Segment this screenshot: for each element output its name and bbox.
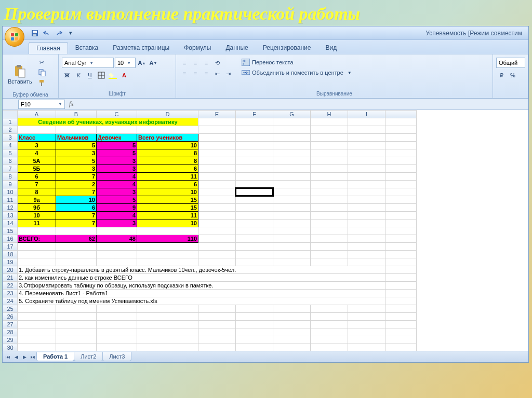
row-header[interactable]: 29 (3, 336, 18, 344)
row-header[interactable]: 13 (3, 212, 18, 219)
row-header[interactable]: 15 (3, 227, 18, 235)
total-all[interactable]: 110 (137, 235, 198, 243)
italic-icon[interactable]: К (73, 70, 84, 80)
row-header[interactable]: 14 (3, 219, 18, 227)
header-class[interactable]: Класс (18, 134, 56, 142)
cell[interactable]: 5 (97, 142, 137, 149)
cell[interactable]: 3 (97, 157, 137, 165)
cell[interactable]: 11 (137, 212, 198, 219)
cell[interactable]: 8 (137, 149, 198, 157)
cell[interactable]: 8 (18, 188, 56, 196)
tab-formulas[interactable]: Формулы (177, 42, 218, 54)
col-header[interactable]: C (97, 111, 137, 118)
currency-icon[interactable]: ₽ (496, 70, 507, 80)
tab-nav-last-icon[interactable]: ⏭ (29, 353, 37, 361)
cell[interactable]: 11 (137, 173, 198, 181)
row-header[interactable]: 17 (3, 243, 18, 251)
cell[interactable]: 3 (97, 188, 137, 196)
cell[interactable]: 3 (56, 165, 97, 173)
cell[interactable]: 7 (18, 181, 56, 188)
cell[interactable]: 6 (137, 165, 198, 173)
undo-icon[interactable] (42, 28, 52, 38)
row-header[interactable]: 1 (3, 118, 18, 126)
cell[interactable]: 6 (18, 173, 56, 181)
font-color-icon[interactable]: A (119, 70, 129, 80)
header-total[interactable]: Всего учеников (137, 134, 198, 142)
active-cell[interactable] (236, 188, 273, 196)
note[interactable]: 1. Добавить строку-параллель в девятый к… (18, 266, 385, 274)
cell[interactable]: 5А (18, 157, 56, 165)
row-header[interactable]: 19 (3, 258, 18, 266)
cell[interactable]: 10 (18, 212, 56, 219)
cut-icon[interactable]: ✂ (36, 58, 48, 67)
fx-icon[interactable]: fx (69, 100, 74, 108)
merge-center-button[interactable]: Объединить и поместить в центре▼ (238, 68, 355, 77)
tab-view[interactable]: Вид (318, 42, 344, 54)
cell[interactable]: 3 (18, 142, 56, 149)
row-header[interactable]: 12 (3, 204, 18, 212)
row-header[interactable]: 20 (3, 266, 18, 274)
col-header[interactable]: G (273, 111, 311, 118)
paste-button[interactable]: Вставить (6, 58, 34, 91)
cell[interactable]: 11 (18, 219, 56, 227)
border-icon[interactable] (96, 70, 107, 80)
col-header[interactable]: E (198, 111, 236, 118)
bold-icon[interactable]: Ж (62, 70, 72, 80)
cell[interactable]: 5Б (18, 165, 56, 173)
tab-nav-next-icon[interactable]: ▶ (20, 353, 29, 361)
cell[interactable]: 9 (97, 204, 137, 212)
cell[interactable]: 7 (56, 212, 97, 219)
header-boys[interactable]: Мальчиков (56, 134, 97, 142)
align-top-icon[interactable]: ≡ (179, 58, 190, 68)
cell[interactable]: 10 (137, 142, 198, 149)
align-bottom-icon[interactable]: ≡ (201, 58, 211, 68)
row-header[interactable]: 28 (3, 328, 18, 336)
row-header[interactable]: 26 (3, 313, 18, 321)
row-header[interactable]: 8 (3, 173, 18, 181)
row-header[interactable]: 7 (3, 165, 18, 173)
row-header[interactable]: 6 (3, 157, 18, 165)
col-header[interactable]: F (236, 111, 273, 118)
indent-decrease-icon[interactable]: ⇤ (212, 68, 222, 79)
tab-insert[interactable]: Вставка (68, 42, 106, 54)
copy-icon[interactable] (36, 68, 48, 77)
cell[interactable]: 5 (56, 142, 97, 149)
align-right-icon[interactable]: ≡ (201, 68, 211, 79)
indent-increase-icon[interactable]: ⇥ (223, 68, 233, 79)
sheet-tab-2[interactable]: Лист2 (74, 352, 103, 361)
row-header[interactable]: 3 (3, 134, 18, 142)
row-header[interactable]: 16 (3, 235, 18, 243)
underline-icon[interactable]: Ч (85, 70, 95, 80)
col-header[interactable]: A (18, 111, 56, 118)
qat-more-icon[interactable]: ▾ (65, 28, 76, 38)
spreadsheet-grid[interactable]: A B C D E F G H I 1Сведения об учениках,… (3, 110, 417, 351)
font-size-select[interactable]: 10▼ (115, 58, 136, 68)
tab-nav-first-icon[interactable]: ⏮ (4, 353, 12, 361)
cell[interactable]: 7 (56, 173, 97, 181)
percent-icon[interactable]: % (508, 70, 518, 80)
align-middle-icon[interactable]: ≡ (190, 58, 201, 68)
cell[interactable]: 10 (56, 196, 97, 204)
font-name-select[interactable]: Arial Cyr▼ (62, 58, 114, 68)
tab-data[interactable]: Данные (218, 42, 255, 54)
cell[interactable]: 3 (97, 219, 137, 227)
note[interactable]: 2. как изменились данные в строке ВСЕГО (18, 274, 385, 282)
row-header[interactable]: 4 (3, 142, 18, 149)
row-header[interactable]: 18 (3, 251, 18, 258)
col-header[interactable]: D (137, 111, 198, 118)
tab-layout[interactable]: Разметка страницы (105, 42, 177, 54)
total-girls[interactable]: 48 (97, 235, 137, 243)
number-format-select[interactable]: Общий (496, 58, 525, 68)
col-header[interactable]: I (348, 111, 385, 118)
fill-color-icon[interactable] (108, 70, 118, 80)
name-box[interactable]: F10▼ (18, 100, 65, 109)
cell[interactable]: 10 (137, 188, 198, 196)
row-header[interactable]: 27 (3, 321, 18, 328)
orientation-icon[interactable]: ⟲ (212, 58, 222, 68)
align-left-icon[interactable]: ≡ (179, 68, 190, 79)
cell[interactable]: 7 (56, 188, 97, 196)
sheet-tab-1[interactable]: Работа 1 (36, 352, 74, 361)
row-header[interactable]: 2 (3, 126, 18, 134)
header-girls[interactable]: Девочек (97, 134, 137, 142)
cell[interactable]: 15 (137, 196, 198, 204)
